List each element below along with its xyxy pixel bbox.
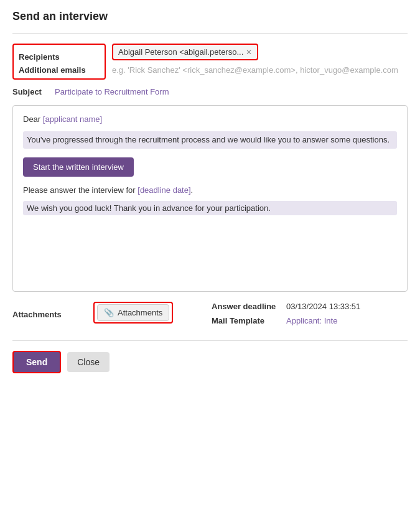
recipients-label: Recipients — [19, 49, 100, 62]
deadline-text-before: Please answer the interview for — [23, 185, 138, 195]
recipients-label-box: Recipients Additional emails — [12, 44, 106, 80]
dear-line: Dear [applicant name] — [23, 114, 397, 124]
applicant-name-placeholder: [applicant name] — [43, 114, 102, 124]
start-interview-button[interactable]: Start the written interview — [23, 157, 134, 177]
answer-deadline-row: Answer deadline 03/13/2024 13:33:51 — [212, 302, 408, 311]
additional-emails-input[interactable]: e.g. 'Rick Sanchez' <rick_sanchez@exampl… — [112, 65, 408, 75]
right-info: Answer deadline 03/13/2024 13:33:51 Mail… — [212, 302, 408, 330]
deadline-line: Please answer the interview for [deadlin… — [23, 185, 397, 195]
recipient-tag[interactable]: Abigail Peterson <abigail.peterso... ✕ — [112, 44, 258, 60]
mail-template-label: Mail Template — [212, 316, 280, 325]
attachments-btn-box: 📎 Attachments — [93, 302, 173, 324]
attachments-section: Attachments 📎 Attachments Answer deadlin… — [12, 302, 408, 330]
attachments-button[interactable]: 📎 Attachments — [97, 304, 169, 321]
mail-template-value[interactable]: Applicant: Inte — [286, 316, 337, 325]
subject-row: Subject Participate to Recruitment Form — [12, 87, 408, 96]
answer-deadline-label: Answer deadline — [212, 302, 280, 311]
subject-label: Subject — [12, 87, 50, 96]
subject-value[interactable]: Participate to Recruitment Form — [55, 87, 169, 96]
close-button[interactable]: Close — [67, 352, 110, 372]
deadline-text-after: . — [191, 185, 194, 195]
recipient-name: Abigail Peterson <abigail.peterso... — [118, 47, 243, 57]
attachments-button-label: Attachments — [118, 308, 162, 317]
footer-row: Send Close — [12, 340, 408, 373]
attachments-label: Attachments — [12, 306, 93, 319]
deadline-placeholder: [deadline date] — [138, 185, 190, 195]
send-interview-dialog: Send an interview Recipients Additional … — [0, 0, 420, 383]
dear-text: Dear — [23, 114, 43, 124]
paperclip-icon: 📎 — [104, 308, 114, 317]
remove-recipient-icon[interactable]: ✕ — [246, 48, 252, 57]
recipients-row: Recipients Additional emails Abigail Pet… — [12, 44, 408, 80]
left-attach: Attachments 📎 Attachments — [12, 302, 174, 324]
body-paragraph-1: You've progressed through the recruitmen… — [23, 131, 397, 149]
page-title: Send an interview — [12, 10, 408, 23]
email-body[interactable]: Dear [applicant name] You've progressed … — [12, 105, 408, 292]
recipients-field: Abigail Peterson <abigail.peterso... ✕ e… — [112, 44, 408, 75]
additional-emails-label: Additional emails — [19, 62, 100, 75]
mail-template-row: Mail Template Applicant: Inte — [212, 316, 408, 325]
answer-deadline-value: 03/13/2024 13:33:51 — [286, 302, 360, 311]
goodluck-line: We wish you good luck! Thank you in adva… — [23, 201, 397, 215]
send-button[interactable]: Send — [12, 351, 61, 373]
